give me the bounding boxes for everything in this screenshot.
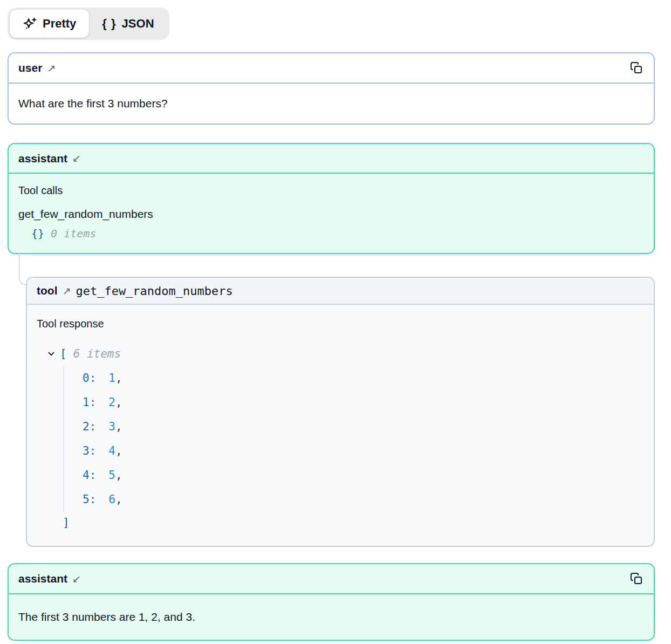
assistant-final-header: assistant ↙ [9,564,654,594]
tool-response-card: tool ↗ get_few_random_numbers Tool respo… [26,277,655,547]
tool-call-name: get_few_random_numbers [18,208,644,221]
entry-value: 4 [108,444,115,457]
user-message-content: What are the first 3 numbers? [9,84,654,124]
entry-index: 5: [83,493,96,506]
entry-comma: , [115,493,122,506]
arrow-down-left-icon: ↙ [72,573,81,585]
items-summary: 6 items [73,347,121,360]
open-bracket: [ [60,347,67,360]
args-summary: 0 items [51,227,96,240]
copy-button[interactable] [629,60,644,76]
entry-comma: , [115,444,122,457]
entry-value: 1 [108,372,115,385]
assistant-toolcall-card: assistant ↙ Tool calls get_few_random_nu… [8,143,655,254]
user-message-card: user ↗ What are the first 3 numbers? [8,52,655,125]
entry-index: 1: [83,396,96,409]
array-entry: 4:5, [83,463,644,487]
tab-pretty[interactable]: Pretty [10,10,89,38]
role-label: assistant [18,572,67,585]
arrow-up-right-icon: ↗ [62,285,71,297]
tab-json[interactable]: { } JSON [89,10,167,38]
close-bracket: ] [63,516,70,529]
entry-comma: , [115,396,122,409]
json-tree: [ 6 items 0:1, 1:2, 2:3, 3:4, [37,345,644,534]
entry-index: 2: [83,420,96,433]
tab-pretty-label: Pretty [43,17,76,31]
copy-icon [630,572,643,585]
assistant-toolcall-header: assistant ↙ [9,144,654,174]
array-entry: 3:4, [83,439,644,463]
role-label: user [18,61,42,74]
copy-icon [630,61,643,74]
json-array-rows: 0:1, 1:2, 2:3, 3:4, 4:5, 5:6, [63,366,644,511]
entry-value: 3 [108,420,115,433]
role-label: assistant [18,152,67,165]
sparkles-icon [23,17,37,31]
entry-index: 3: [83,444,96,457]
tool-response-header: tool ↗ get_few_random_numbers [27,278,654,305]
array-entry: 2:3, [83,414,644,439]
entry-comma: , [115,469,122,482]
tool-response-label: Tool response [37,318,644,330]
assistant-toolcall-body: Tool calls get_few_random_numbers {}0 it… [9,174,654,253]
entry-value: 2 [108,396,115,409]
connector-elbow-line [19,252,27,285]
view-mode-toggle: Pretty { } JSON [8,8,169,40]
tool-calls-label: Tool calls [18,184,644,197]
user-message-header: user ↗ [9,53,654,84]
trace-viewer: Pretty { } JSON user ↗ What are the firs… [0,0,671,641]
entry-comma: , [115,372,122,385]
assistant-final-card: assistant ↙ The first 3 numbers are 1, 2… [8,563,655,641]
role-label: tool [37,284,57,297]
array-entry: 1:2, [83,390,644,414]
array-entry: 5:6, [83,487,644,511]
braces-icon: {} [31,227,44,240]
tool-name: get_few_random_numbers [76,284,232,298]
tool-response-body: Tool response [ 6 items 0:1, [27,305,654,546]
array-entry: 0:1, [83,366,644,390]
entry-comma: , [115,420,122,433]
entry-index: 0: [83,372,96,385]
copy-button[interactable] [629,571,644,586]
tab-json-label: JSON [122,17,154,31]
braces-icon: { } [102,17,116,31]
entry-value: 5 [108,469,115,482]
json-array-header: [ 6 items [37,345,644,362]
arrow-up-right-icon: ↗ [47,62,56,74]
entry-index: 4: [83,469,96,482]
entry-value: 6 [108,493,115,506]
toolcall-connector [8,254,655,277]
arrow-down-left-icon: ↙ [72,152,81,165]
tool-call-args: {}0 items [18,227,644,240]
assistant-final-content: The first 3 numbers are 1, 2, and 3. [9,594,654,640]
chevron-down-icon[interactable] [46,349,56,359]
close-bracket-row: ] [37,511,644,534]
